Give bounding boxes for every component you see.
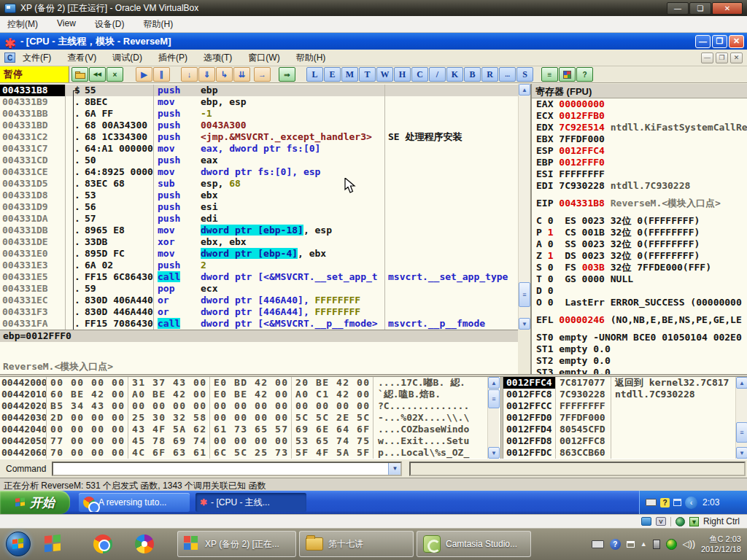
stack-row[interactable]: 0012FFC47C817077返回到 kernel32.7C817 bbox=[503, 377, 747, 389]
stack-row[interactable]: 0012FFD480545CFD bbox=[503, 424, 747, 435]
info-pane[interactable]: ebp=0012FFF0 ReverseM.<模块入口点> bbox=[0, 330, 518, 374]
register-line[interactable]: A 0 SS 0023 32位 0(FFFFFFFF) bbox=[532, 238, 747, 250]
disasm-scroll-up[interactable]: ▲ bbox=[519, 84, 530, 96]
host-security-tray-icon[interactable] bbox=[666, 539, 677, 550]
view-button-B[interactable]: B bbox=[464, 67, 481, 82]
disasm-scrollbar[interactable]: ▲ ≡ ▼ bbox=[518, 84, 530, 330]
xp-start-button[interactable]: 开始 bbox=[0, 491, 70, 514]
vbox-virtualization-icon[interactable]: V bbox=[656, 517, 666, 526]
disasm-row[interactable]: 004331B8$55pushebp bbox=[0, 85, 518, 96]
step-into-button[interactable]: ↓ bbox=[181, 67, 198, 82]
olly-close-button[interactable]: ✕ bbox=[729, 35, 744, 48]
register-line[interactable]: EDI 7C930228 ntdll.7C930228 bbox=[532, 180, 747, 192]
xp-window-tray-icon[interactable] bbox=[673, 499, 681, 506]
olly-restore-button[interactable]: ❐ bbox=[712, 35, 727, 48]
view-button-C[interactable]: C bbox=[411, 67, 428, 82]
olly-menu-item-1[interactable]: 查看(V) bbox=[67, 52, 96, 64]
stack-row[interactable]: 0012FFD80012FFC8 bbox=[503, 435, 747, 447]
command-dropdown-button[interactable]: ▼ bbox=[388, 463, 400, 475]
xp-help-tray-icon[interactable]: ? bbox=[660, 498, 670, 508]
register-line[interactable]: EFL 00000246 (NO,NB,E,BE,NS,PE,GE,LE bbox=[532, 314, 747, 326]
mdi-close-button[interactable]: ✕ bbox=[730, 52, 743, 63]
disasm-row[interactable]: 004331D8.53pushebx bbox=[0, 190, 518, 201]
register-line[interactable]: EBP 0012FFF0 bbox=[532, 157, 747, 168]
vbox-menu-item-3[interactable]: 帮助(H) bbox=[143, 18, 173, 31]
olly-menu-item-6[interactable]: 帮助(H) bbox=[296, 52, 326, 64]
disasm-row[interactable]: 004331DE.33DBxorebx, ebx bbox=[0, 236, 518, 248]
olly-minimize-button[interactable]: — bbox=[695, 35, 711, 48]
help-button[interactable]: ? bbox=[576, 67, 593, 82]
olly-menu-item-4[interactable]: 选项(T) bbox=[204, 52, 232, 64]
step-over-button[interactable]: ⇓ bbox=[198, 67, 215, 82]
vbox-shared-folder-icon[interactable] bbox=[641, 517, 651, 526]
goto-button[interactable]: ⇒ bbox=[279, 67, 295, 82]
command-input[interactable]: ▼ bbox=[52, 462, 402, 476]
register-line[interactable]: EBX 7FFDF000 bbox=[532, 133, 747, 145]
vbox-minimize-button[interactable]: — bbox=[667, 2, 689, 15]
host-tray-expand-icon[interactable]: ▲ bbox=[640, 540, 647, 548]
xp-task-button[interactable]: ✱- [CPU - 主线... bbox=[196, 493, 306, 512]
disasm-row[interactable]: 004331E3.6A 02push2 bbox=[0, 260, 518, 271]
cpu-window-icon[interactable]: C bbox=[4, 52, 15, 63]
trace-into-button[interactable]: ↳ bbox=[216, 67, 233, 82]
view-button-S[interactable]: S bbox=[516, 67, 533, 82]
restart-button[interactable]: ◀◀ bbox=[89, 67, 106, 82]
disasm-row[interactable]: 004331B9.8BECmovebp, esp bbox=[0, 96, 518, 108]
vbox-autocapture-icon[interactable]: ▼ bbox=[689, 517, 699, 526]
register-line[interactable]: EDX 7C92E514 ntdll.KiFastSystemCallRet bbox=[532, 122, 747, 133]
view-button-W[interactable]: W bbox=[376, 67, 393, 82]
register-line[interactable]: ST1 empty 0.0 bbox=[532, 343, 747, 355]
close-program-button[interactable]: × bbox=[107, 67, 123, 82]
disasm-row[interactable]: 004331D9.56pushesi bbox=[0, 201, 518, 213]
disasm-row[interactable]: 004331BD.68 00A34300push0043A300 bbox=[0, 120, 518, 131]
olly-menu-item-0[interactable]: 文件(F) bbox=[23, 52, 51, 64]
stack-row[interactable]: 0012FFC87C930228ntdll.7C930228 bbox=[503, 389, 747, 400]
stack-scrollbar[interactable]: ▲ ≡ ▼ bbox=[735, 377, 747, 459]
dump-scrollbar[interactable]: ▲ ≡ ▼ bbox=[487, 377, 499, 459]
register-line[interactable]: P 1 CS 001B 32位 0(FFFFFFFF) bbox=[532, 227, 747, 238]
olly-menu-item-5[interactable]: 窗口(W) bbox=[248, 52, 279, 64]
vbox-close-button[interactable]: ✕ bbox=[712, 2, 743, 15]
register-line[interactable]: S 0 FS 003B 32位 7FFDE000(FFF) bbox=[532, 262, 747, 273]
disasm-row[interactable]: 004331D5.83EC 68subesp, 68 bbox=[0, 178, 518, 190]
registers-pane[interactable]: 寄存器 (FPU) EAX 00000000ECX 0012FFB0EDX 7C… bbox=[530, 84, 747, 374]
register-line[interactable]: ST0 empty -UNORM BCE0 01050104 002E0 bbox=[532, 332, 747, 343]
stack-pane[interactable]: 0012FFC47C817077返回到 kernel32.7C8170012FF… bbox=[503, 377, 747, 459]
view-button-M[interactable]: M bbox=[341, 67, 358, 82]
pause-button[interactable]: ∥ bbox=[153, 67, 170, 82]
disasm-row[interactable]: 004331CD.50pusheax bbox=[0, 155, 518, 166]
stack-scroll-up[interactable]: ▲ bbox=[736, 377, 747, 389]
disasm-row[interactable]: 004331EB.59popecx bbox=[0, 283, 518, 295]
stack-scroll-down[interactable]: ▼ bbox=[736, 447, 747, 459]
vbox-menu-item-0[interactable]: 控制(M) bbox=[7, 18, 38, 31]
register-line[interactable]: C 0 ES 0023 32位 0(FFFFFFFF) bbox=[532, 215, 747, 227]
stack-row[interactable]: 0012FFCCFFFFFFFF bbox=[503, 400, 747, 412]
host-help-tray-icon[interactable]: ? bbox=[610, 539, 621, 550]
register-line[interactable]: ESI FFFFFFFF bbox=[532, 168, 747, 180]
register-line[interactable]: T 0 GS 0000 NULL bbox=[532, 273, 747, 285]
dump-scroll-up[interactable]: ▲ bbox=[488, 377, 500, 389]
register-line[interactable]: ST3 empty 0.0 bbox=[532, 367, 747, 374]
disasm-row[interactable]: 004331E5.FF15 6C864300calldword ptr [<&M… bbox=[0, 271, 518, 283]
view-button-R[interactable]: R bbox=[481, 67, 498, 82]
host-launcher-browser[interactable] bbox=[133, 533, 155, 555]
register-line[interactable]: EAX 00000000 bbox=[532, 98, 747, 110]
disasm-row[interactable]: 004331DA.57pushedi bbox=[0, 213, 518, 225]
register-line[interactable]: ST2 empty 0.0 bbox=[532, 355, 747, 367]
register-line[interactable]: ESP 0012FFC4 bbox=[532, 145, 747, 157]
view-button-L[interactable]: L bbox=[306, 67, 323, 82]
disasm-scroll-down[interactable]: ▼ bbox=[519, 318, 530, 330]
view-button-H[interactable]: H bbox=[394, 67, 411, 82]
dump-row[interactable]: 0044205077 00 00 0045 78 69 7400 00 00 0… bbox=[0, 435, 500, 447]
register-line[interactable]: D 0 bbox=[532, 285, 747, 297]
host-task-button[interactable]: Camtasia Studio... bbox=[417, 531, 531, 557]
register-line[interactable]: O 0 LastErr ERROR_SUCCESS (00000000 bbox=[532, 297, 747, 308]
view-button-K[interactable]: K bbox=[446, 67, 463, 82]
disasm-row[interactable]: 004331F3.830D 446A4400 FFordword ptr [44… bbox=[0, 306, 518, 318]
host-launcher-chrome[interactable] bbox=[92, 533, 114, 555]
hex-dump-pane[interactable]: 0044200000 00 00 0031 37 43 00E0 BD 42 0… bbox=[0, 377, 500, 459]
vbox-menu-item-2[interactable]: 设备(D) bbox=[95, 18, 125, 31]
log-window-button[interactable]: ≡ bbox=[541, 67, 558, 82]
disassembly-pane[interactable]: 004331B8$55pushebp004331B9.8BECmovebp, e… bbox=[0, 84, 518, 330]
host-speaker-icon[interactable]: ◁)) bbox=[683, 539, 695, 549]
